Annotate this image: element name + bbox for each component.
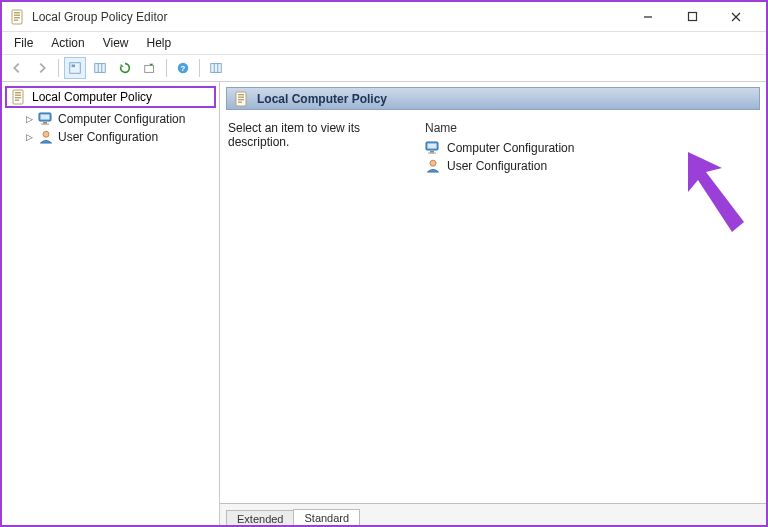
content-pane: Local Computer Policy Select an item to …	[220, 82, 766, 525]
list-item-user-configuration[interactable]: User Configuration	[423, 157, 758, 175]
menu-file[interactable]: File	[6, 34, 41, 52]
refresh-button[interactable]	[114, 57, 136, 79]
user-icon	[425, 158, 441, 174]
list-item-computer-configuration[interactable]: Computer Configuration	[423, 139, 758, 157]
export-button[interactable]	[139, 57, 161, 79]
computer-icon	[38, 111, 54, 127]
tree-pane-icon	[68, 61, 82, 75]
tree-node-computer-configuration[interactable]: ▷ Computer Configuration	[2, 110, 219, 128]
properties-icon	[93, 61, 107, 75]
show-hide-tree-button[interactable]	[64, 57, 86, 79]
close-button[interactable]	[714, 3, 758, 31]
tree-node-user-configuration[interactable]: ▷ User Configuration	[2, 128, 219, 146]
tree-root-label: Local Computer Policy	[32, 90, 152, 104]
tree-pane: Local Computer Policy ▷ Computer Configu…	[2, 82, 220, 525]
toolbar-separator	[199, 59, 200, 77]
help-icon	[176, 61, 190, 75]
toolbar-separator	[166, 59, 167, 77]
column-header-name[interactable]: Name	[423, 121, 758, 139]
titlebar: Local Group Policy Editor	[2, 2, 766, 32]
refresh-icon	[118, 61, 132, 75]
expander-icon[interactable]: ▷	[24, 132, 34, 142]
policy-icon	[11, 89, 27, 105]
export-icon	[143, 61, 157, 75]
svg-rect-19	[688, 13, 696, 21]
description-prompt: Select an item to view its description.	[228, 121, 423, 149]
tab-standard[interactable]: Standard	[293, 509, 360, 526]
content-header-title: Local Computer Policy	[257, 92, 387, 106]
policy-icon	[234, 91, 250, 107]
tab-extended[interactable]: Extended	[226, 510, 294, 526]
minimize-button[interactable]	[626, 3, 670, 31]
menubar: File Action View Help	[2, 32, 766, 54]
back-icon	[10, 61, 24, 75]
tree-root-local-computer-policy[interactable]: Local Computer Policy	[5, 86, 216, 108]
computer-icon	[425, 140, 441, 156]
user-icon	[38, 129, 54, 145]
app-icon	[10, 9, 26, 25]
toolbar-separator	[58, 59, 59, 77]
list-item-label: User Configuration	[447, 159, 547, 173]
tabs-bar: Extended Standard	[220, 503, 766, 525]
toolbar	[2, 54, 766, 82]
tree-node-label: Computer Configuration	[58, 112, 185, 126]
tree-node-label: User Configuration	[58, 130, 158, 144]
maximize-button[interactable]	[670, 3, 714, 31]
menu-help[interactable]: Help	[139, 34, 180, 52]
menu-view[interactable]: View	[95, 34, 137, 52]
back-button[interactable]	[6, 57, 28, 79]
help-button[interactable]	[172, 57, 194, 79]
show-hide-action-pane-button[interactable]	[205, 57, 227, 79]
list-item-label: Computer Configuration	[447, 141, 574, 155]
forward-button[interactable]	[31, 57, 53, 79]
expander-icon[interactable]: ▷	[24, 114, 34, 124]
forward-icon	[35, 61, 49, 75]
properties-button[interactable]	[89, 57, 111, 79]
columns-icon	[209, 61, 223, 75]
menu-action[interactable]: Action	[43, 34, 92, 52]
window-title: Local Group Policy Editor	[32, 10, 167, 24]
content-header: Local Computer Policy	[226, 87, 760, 110]
